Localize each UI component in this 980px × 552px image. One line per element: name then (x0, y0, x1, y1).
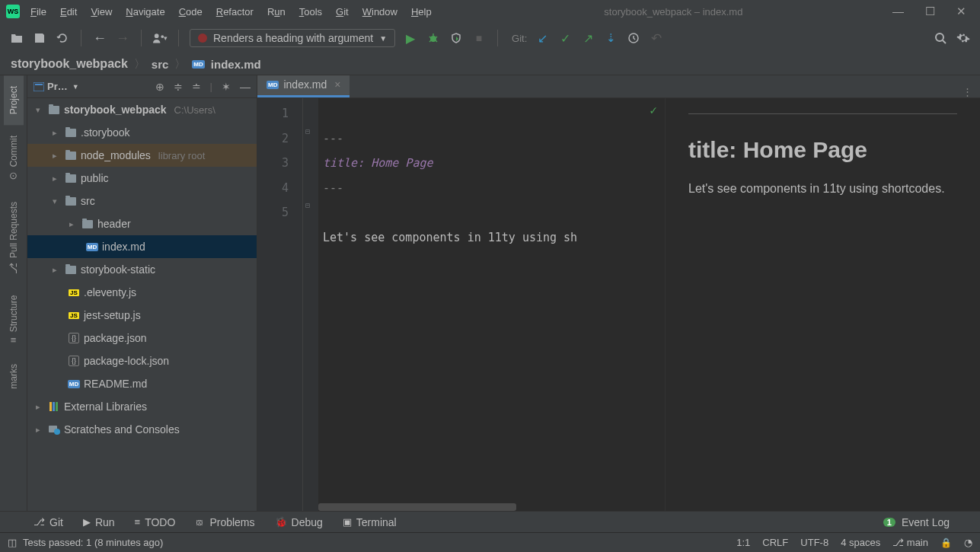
tw-terminal[interactable]: ▣Terminal (343, 516, 397, 528)
open-icon[interactable] (9, 30, 24, 46)
status-encoding[interactable]: UTF-8 (800, 537, 828, 548)
status-eol[interactable]: CRLF (762, 537, 788, 548)
run-config-dot-icon (198, 34, 207, 43)
back-icon[interactable]: ← (92, 30, 107, 46)
tree-external-libs[interactable]: ▸ External Libraries (27, 395, 257, 418)
git-update-icon[interactable]: ⇣ (603, 30, 618, 46)
tree-readme[interactable]: MD README.md (27, 372, 257, 395)
inspection-ok-icon[interactable]: ✓ (650, 103, 657, 117)
sidebar-title[interactable]: Pr…▼ (34, 81, 79, 92)
svg-rect-9 (56, 402, 58, 411)
menu-git[interactable]: Git (336, 6, 349, 18)
status-tests[interactable]: Tests passed: 1 (8 minutes ago) (23, 537, 163, 548)
run-config-selector[interactable]: Renders a heading with argument ▼ (190, 29, 395, 47)
status-indent[interactable]: 4 spaces (841, 537, 880, 548)
forward-icon[interactable]: → (115, 30, 130, 46)
tree-package-lock[interactable]: {} package-lock.json (27, 349, 257, 372)
gutter-project[interactable]: Project (4, 75, 24, 125)
status-branch[interactable]: ⎇ main (892, 537, 928, 548)
window-title: storybook_webpack – index.md (455, 6, 892, 18)
gutter-commit[interactable]: ⊙Commit (3, 125, 24, 190)
code-with-me-icon[interactable]: ▾ (152, 30, 168, 46)
menu-run[interactable]: Run (267, 6, 286, 18)
menu-help[interactable]: Help (411, 6, 432, 18)
hide-sidebar-icon[interactable]: — (240, 81, 251, 93)
coverage-icon[interactable] (449, 30, 464, 46)
app-icon: WS (6, 5, 20, 18)
tree-src[interactable]: ▾ src (27, 190, 257, 212)
editor-tabs: MD index.md × ⋮ (257, 75, 980, 98)
reload-icon[interactable] (55, 30, 70, 46)
tree-index-md[interactable]: MD index.md (27, 235, 257, 258)
run-icon[interactable]: ▶ (403, 30, 418, 46)
breadcrumb-project[interactable]: storybook_webpack (11, 57, 128, 71)
tw-debug[interactable]: 🐞Debug (275, 516, 323, 528)
h-scrollbar[interactable] (318, 503, 516, 511)
lock-icon[interactable]: 🔒 (940, 538, 952, 548)
menu-navigate[interactable]: Navigate (126, 6, 164, 18)
tw-event-log[interactable]: Event Log (902, 516, 950, 528)
git-push-icon[interactable]: ↗ (580, 30, 595, 46)
menu-refactor[interactable]: Refactor (216, 6, 254, 18)
locate-icon[interactable]: ⊕ (155, 81, 164, 93)
status-caret-pos[interactable]: 1:1 (736, 537, 750, 548)
json-file-icon: {} (69, 333, 79, 343)
git-pull-icon[interactable]: ↙ (535, 30, 550, 46)
expand-all-icon[interactable]: ≑ (174, 81, 183, 93)
tree-package[interactable]: {} package.json (27, 327, 257, 349)
scratches-icon (47, 423, 61, 436)
chevron-down-icon: ▼ (379, 34, 387, 43)
tw-git[interactable]: ⎇Git (34, 516, 63, 528)
menu-view[interactable]: View (91, 6, 112, 18)
search-icon[interactable] (933, 30, 948, 46)
tree-root[interactable]: ▾ storybook_webpack C:\Users\ (27, 98, 257, 121)
tree-storybook-static[interactable]: ▸ storybook-static (27, 258, 257, 281)
preview-heading: title: Home Page (688, 137, 957, 163)
settings-icon[interactable] (956, 30, 971, 46)
menu-tools[interactable]: Tools (299, 6, 322, 18)
main-toolbar: ← → ▾ Renders a heading with argument ▼ … (0, 23, 980, 53)
minimize-icon[interactable]: — (892, 5, 904, 18)
tree-header[interactable]: ▸ header (27, 212, 257, 235)
sidebar-settings-icon[interactable]: ✶ (222, 81, 231, 93)
tree-eleventy[interactable]: JS .eleventy.js (27, 281, 257, 304)
close-tab-icon[interactable]: × (334, 78, 340, 91)
tab-index-md[interactable]: MD index.md × (257, 75, 350, 97)
breadcrumb: storybook_webpack 〉 src 〉 MD index.md (0, 53, 980, 75)
menu-edit[interactable]: Edit (60, 6, 77, 18)
gutter-structure[interactable]: ≡Structure (3, 285, 24, 353)
git-commit-icon[interactable]: ✓ (557, 30, 573, 46)
breadcrumb-file[interactable]: index.md (211, 58, 261, 71)
tree-node-modules[interactable]: ▸ node_modules library root (27, 144, 257, 167)
menu-code[interactable]: Code (179, 6, 203, 18)
close-icon[interactable]: ✕ (956, 5, 966, 18)
save-icon[interactable] (32, 30, 47, 46)
status-bar: ◫ Tests passed: 1 (8 minutes ago) 1:1 CR… (0, 532, 980, 552)
menu-window[interactable]: Window (362, 6, 397, 18)
gutter-bookmarks[interactable]: marks (4, 353, 24, 400)
tab-label: index.md (283, 78, 327, 91)
menu-file[interactable]: File (30, 6, 46, 18)
tree-storybook[interactable]: ▸ .storybook (27, 121, 257, 144)
tw-problems[interactable]: ⦻Problems (195, 516, 254, 528)
breadcrumb-folder[interactable]: src (152, 58, 169, 71)
stop-icon[interactable]: ■ (471, 30, 487, 46)
status-tool-window-icon[interactable]: ◫ (8, 537, 17, 548)
svg-point-4 (936, 34, 943, 41)
ide-scope-icon[interactable]: ◔ (964, 537, 972, 548)
project-tree: ▾ storybook_webpack C:\Users\ ▸ .storybo… (27, 98, 257, 511)
debug-icon[interactable] (426, 30, 441, 46)
tree-scratches[interactable]: ▸ Scratches and Consoles (27, 418, 257, 441)
collapse-all-icon[interactable]: ≐ (192, 81, 201, 93)
maximize-icon[interactable]: ☐ (925, 5, 935, 18)
code-pane[interactable]: 12345 ⊟ ⊟ --- title: Home Page --- Let's… (257, 98, 665, 511)
tree-jest-setup[interactable]: JS jest-setup.js (27, 304, 257, 327)
tw-run[interactable]: ▶Run (83, 516, 115, 528)
tw-todo[interactable]: ≡TODO (135, 516, 176, 528)
tree-public[interactable]: ▸ public (27, 167, 257, 190)
code-content[interactable]: --- title: Home Page --- Let's see compo… (318, 98, 665, 511)
history-icon[interactable] (626, 30, 641, 46)
rollback-icon[interactable]: ↶ (649, 30, 664, 46)
tab-more-icon[interactable]: ⋮ (962, 86, 980, 97)
gutter-pull-requests[interactable]: ⎇Pull Requests (3, 191, 24, 285)
